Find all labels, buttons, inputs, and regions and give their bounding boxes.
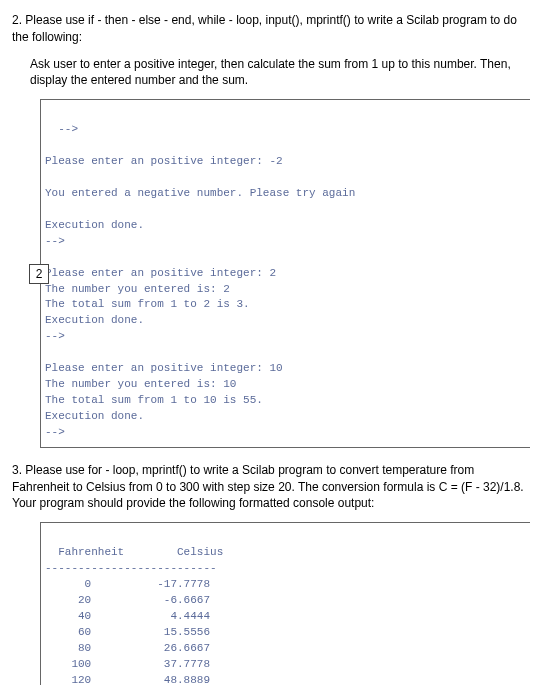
q3-number: 3. <box>12 463 22 477</box>
q3-prompt-text: Please use for - loop, mprintf() to writ… <box>12 463 524 511</box>
q2-prompt: 2. Please use if - then - else - end, wh… <box>12 12 530 46</box>
q2-badge: 2 <box>29 264 49 284</box>
q2-console-output: 2--> Please enter an positive integer: -… <box>40 99 530 448</box>
q3-console-output: 3Fahrenheit Celsius --------------------… <box>40 522 530 685</box>
q3-table-header: Fahrenheit Celsius ---------------------… <box>45 546 223 574</box>
q2-console-text: --> Please enter an positive integer: -2… <box>45 123 355 438</box>
q3-prompt: 3. Please use for - loop, mprintf() to w… <box>12 462 530 512</box>
q2-description: Ask user to enter a positive integer, th… <box>30 56 530 90</box>
q3-table-body: 0 -17.7778 20 -6.6667 40 4.4444 60 15.55… <box>45 578 210 685</box>
q2-number: 2. <box>12 13 22 27</box>
q2-prompt-text: Please use if - then - else - end, while… <box>12 13 517 44</box>
